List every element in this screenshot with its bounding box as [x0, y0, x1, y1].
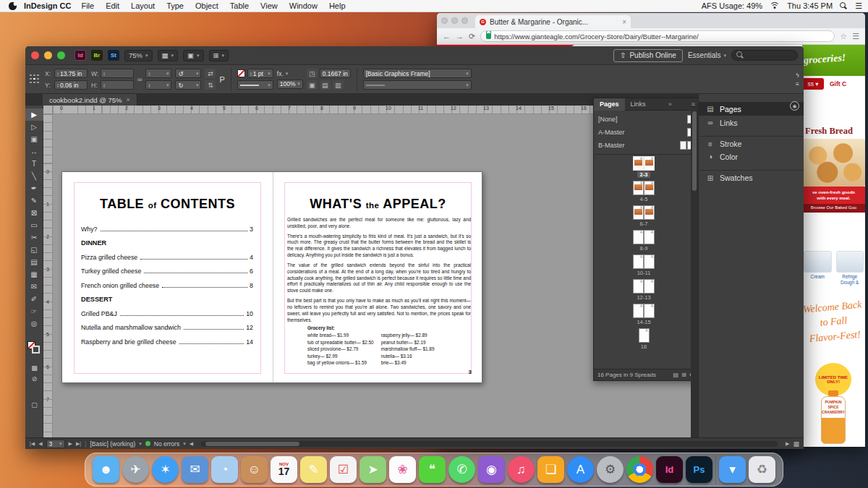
- spread-thumbnail[interactable]: A A 2-3: [594, 156, 694, 181]
- maps[interactable]: ➤: [359, 456, 386, 483]
- page-thumbnail[interactable]: A: [639, 328, 650, 343]
- effects-menu[interactable]: fx.▾: [277, 70, 303, 77]
- spread-thumbnail[interactable]: A A 12-13: [594, 279, 694, 304]
- spreads-list[interactable]: A A 2-3 A A 4-5 A A: [594, 156, 694, 369]
- eyedropper-tool[interactable]: ✐: [25, 293, 43, 305]
- rectangle-tool[interactable]: ▭: [25, 219, 43, 231]
- chrome[interactable]: [626, 456, 653, 483]
- spread-thumbnail[interactable]: A A 10-11: [594, 254, 694, 279]
- reminders[interactable]: ☑: [330, 456, 357, 483]
- text-wrap-object-icon[interactable]: ▥: [333, 80, 344, 90]
- direct-selection-tool[interactable]: ▷: [25, 121, 43, 133]
- scrollbar-thumb[interactable]: [692, 111, 697, 191]
- forward-icon[interactable]: →: [456, 32, 464, 40]
- view-options-dropdown[interactable]: ▦▾: [158, 50, 179, 61]
- tab-pages[interactable]: Pages: [594, 98, 625, 111]
- first-page-button[interactable]: |◀: [30, 441, 35, 447]
- fill-stroke-swatches[interactable]: [27, 341, 41, 354]
- constrain-proportions-icon[interactable]: ∞: [137, 76, 142, 83]
- photos[interactable]: ❀: [389, 456, 416, 483]
- rectangle-frame-tool[interactable]: ⊠: [25, 207, 43, 219]
- publish-online-button[interactable]: ⇧ Publish Online: [613, 49, 683, 62]
- page-thumbnail[interactable]: A: [633, 205, 644, 220]
- hand-tool[interactable]: ☞: [25, 305, 43, 317]
- panel-button-pages[interactable]: ▤ Pages: [699, 102, 804, 116]
- spread-thumbnail[interactable]: A A 16: [594, 328, 694, 353]
- spotlight-icon[interactable]: [840, 2, 848, 10]
- menubar-clock[interactable]: Thu 3:45 PM: [787, 1, 833, 10]
- contacts[interactable]: ☺: [241, 456, 268, 483]
- horizontal-scrollbar[interactable]: [201, 441, 778, 447]
- document-close-icon[interactable]: ×: [127, 96, 130, 103]
- product-card[interactable]: Cream: [804, 251, 832, 291]
- page-thumbnail[interactable]: A: [633, 181, 644, 195]
- app-store[interactable]: A: [567, 456, 594, 483]
- page-thumbnail[interactable]: A: [633, 156, 644, 171]
- zoom-tool[interactable]: ◎: [25, 317, 43, 330]
- gap-tool[interactable]: ↔: [25, 145, 43, 158]
- page-thumbnail[interactable]: A: [644, 304, 655, 318]
- page-number-dropdown[interactable]: 3▾: [46, 440, 65, 448]
- search-input[interactable]: [731, 50, 798, 61]
- messages[interactable]: ❝: [419, 456, 446, 483]
- scissors-tool[interactable]: ✂: [25, 231, 43, 244]
- apply-none-button[interactable]: ⊘: [25, 375, 43, 382]
- stroke-type-dropdown[interactable]: ▾: [237, 80, 273, 90]
- cc-sync-icon[interactable]: ◉: [790, 101, 799, 111]
- stroke-swatch[interactable]: [32, 346, 40, 354]
- bookmark-star-icon[interactable]: ☆: [840, 32, 847, 41]
- page-thumbnail[interactable]: A: [644, 254, 655, 269]
- flip-horizontal-icon[interactable]: ⇄: [205, 69, 216, 78]
- master-none[interactable]: [None]: [594, 113, 698, 126]
- browse-baked-goods-link[interactable]: Browse Our Baked Goo: [802, 204, 865, 213]
- stroke-weight-field[interactable]: ▴▾1 pt▾: [247, 69, 273, 78]
- workspace-switcher[interactable]: Essentials▾: [688, 51, 726, 59]
- browser-window-controls[interactable]: [441, 13, 468, 28]
- browser-tab[interactable]: G Butter & Margarine - Organic... ×: [475, 15, 631, 28]
- notification-center-icon[interactable]: ☰: [855, 1, 862, 11]
- stock-icon[interactable]: St: [108, 50, 119, 61]
- scrollbar-thumb[interactable]: [205, 442, 299, 446]
- height-field[interactable]: ▴▾: [101, 80, 134, 90]
- flip-vertical-icon[interactable]: ⇅: [205, 80, 216, 90]
- dock-divider[interactable]: [715, 455, 716, 484]
- text-wrap-bounding-icon[interactable]: ▤: [320, 80, 331, 90]
- page-thumbnail[interactable]: A: [644, 156, 655, 171]
- document-spread[interactable]: TABLE of CONTENTS Why?3 DINNER Pizza gri…: [61, 171, 482, 383]
- close-window-button[interactable]: [31, 51, 39, 59]
- zoom-level-dropdown[interactable]: 75%▾: [124, 50, 153, 61]
- photoshop[interactable]: Ps: [686, 456, 712, 483]
- site-nav-tab[interactable]: ss ▾: [802, 78, 824, 90]
- page-thumbnail[interactable]: A: [633, 254, 644, 269]
- page-thumbnail[interactable]: A: [644, 181, 655, 195]
- x-position-field[interactable]: ▴▾13.75 in: [54, 69, 88, 78]
- menu-edit[interactable]: Edit: [106, 1, 119, 10]
- pen-tool[interactable]: ✒: [25, 182, 43, 194]
- vertical-ruler[interactable]: 01234567: [43, 114, 53, 437]
- ruler-origin[interactable]: [43, 106, 53, 114]
- page-tool[interactable]: ▣: [25, 133, 43, 145]
- preflight-profile[interactable]: [Basic] (working): [90, 440, 135, 448]
- preview[interactable]: ◔: [211, 456, 238, 483]
- scale-y-field[interactable]: ▴▾▾: [145, 80, 171, 90]
- document-tab[interactable]: cookbook2.indd @ 75%×: [43, 94, 137, 106]
- quick-apply-icon[interactable]: ϟ: [796, 72, 799, 79]
- browser-menu-icon[interactable]: ☰: [852, 32, 859, 41]
- pencil-tool[interactable]: ✎: [25, 194, 43, 207]
- edit-page-size-icon[interactable]: ▤: [673, 372, 679, 378]
- scroll-right-button[interactable]: ▶: [786, 441, 789, 447]
- url-bar[interactable]: https://www.gianteagle.com/Grocery-Store…: [480, 30, 835, 42]
- back-icon[interactable]: ←: [443, 32, 451, 40]
- page-thumbnail[interactable]: A: [644, 230, 655, 244]
- width-field[interactable]: ▴▾: [101, 69, 134, 78]
- menu-object[interactable]: Object: [195, 1, 218, 10]
- bridge-icon[interactable]: Br: [91, 50, 103, 61]
- tab-close-icon[interactable]: ×: [622, 18, 626, 26]
- launchpad[interactable]: ✈: [122, 456, 149, 483]
- panel-button-swatches[interactable]: ⊞ Swatches: [699, 170, 804, 184]
- active-app-name[interactable]: InDesign CC: [24, 1, 71, 10]
- downloads-folder[interactable]: ▾: [719, 456, 746, 483]
- view-mode-button[interactable]: ▢: [25, 401, 43, 408]
- panel-button-color[interactable]: ◑ Color: [699, 150, 804, 163]
- spread-thumbnail[interactable]: A A 14-15: [594, 304, 694, 328]
